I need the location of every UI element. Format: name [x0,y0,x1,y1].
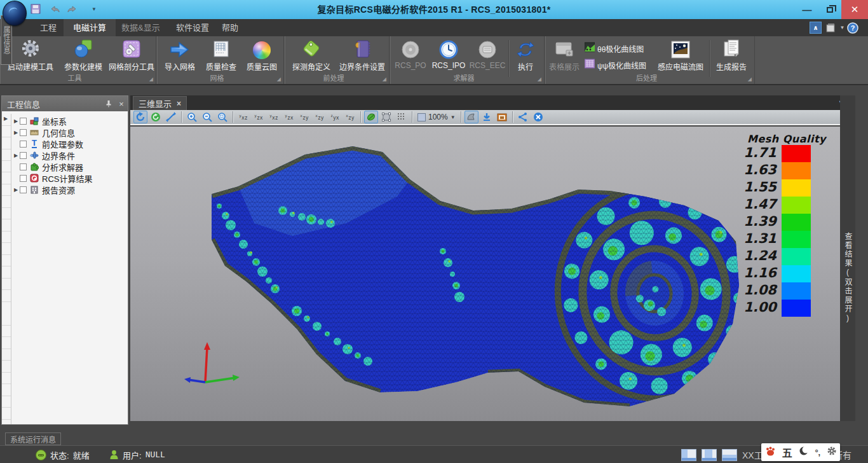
help-button[interactable]: ? [846,22,858,34]
legend-color-swatch [782,179,811,197]
view-iso2-button[interactable]: xzy [343,111,357,123]
quality-cloudmap-button[interactable]: 质量云图 [242,38,281,73]
expander-icon[interactable]: ▶ [12,130,20,135]
quick-access-dropdown-icon[interactable]: ▼ [88,3,100,15]
view-iso-button[interactable]: zyx [328,111,342,123]
tree-item-geometry-info[interactable]: ▶ 几何信息 [12,127,126,138]
undo-button[interactable] [48,3,61,15]
tree-item-rcs-results[interactable]: RCS计算结果 [12,172,126,184]
expander-icon[interactable]: ▶ [12,118,20,124]
induced-current-map-button[interactable]: 感应电磁流图 [654,38,707,73]
tab-settings[interactable]: 软件设置 [166,19,219,36]
view-left-button[interactable]: yxz [267,111,281,123]
orbit-refresh-button[interactable] [149,111,163,123]
minimize-button[interactable]: — [796,0,818,19]
boundary-settings-button[interactable]: 边界条件设置 [337,38,388,73]
generate-report-button[interactable]: 生成报告 [712,38,751,73]
checkbox[interactable] [20,141,27,148]
zoom-percent-select[interactable]: 100% ▼ [415,111,458,123]
table-display-button[interactable]: 表格展示 [546,38,582,73]
close-panel-icon[interactable]: × [115,97,128,110]
zoom-window-button[interactable] [215,111,229,123]
tab-data-display[interactable]: 数据&显示 [112,19,170,36]
view-front-button[interactable]: yxz [236,111,250,123]
ime-moon-icon[interactable] [799,446,809,459]
system-message-tab[interactable]: 系统运行消息 [5,432,61,445]
layout-bottom-button[interactable] [722,449,737,461]
checkbox[interactable] [20,175,27,182]
group-expand-corner-icon[interactable]: ◢ [538,76,541,82]
collapse-ribbon-button[interactable]: ∧ [810,22,822,34]
ribbon-group-mesh: 导入网格 质量检查 质量云图 网格 ◢ [157,36,284,84]
coordinate-blocks-icon [29,116,39,126]
checkbox[interactable] [20,129,27,136]
ime-toolbar[interactable]: 五 °, [761,443,840,461]
rcs-po-button[interactable]: RCS_PO [393,38,428,73]
mesh-tool-button[interactable]: 网格剖分工具 [108,38,155,73]
facet-view-button[interactable] [379,111,393,123]
tab-3d-display[interactable]: 三维显示 × [133,96,187,110]
expander-icon[interactable]: ▶ [12,153,20,158]
pin-icon[interactable] [102,97,115,110]
theta-polar-curve-button[interactable]: θθ极化曲线图 [585,41,644,55]
tree-item-coordinate-system[interactable]: ▶ 坐标系 [12,115,126,127]
tree-item-boundary-conditions[interactable]: ▶ 边界条件 [12,149,126,161]
view-top-button[interactable]: xzy [297,111,311,123]
rotate-view-button[interactable] [133,111,147,123]
zoom-in-button[interactable] [185,111,199,123]
tree-item-preprocess-params[interactable]: T 前处理参数 [12,138,126,149]
tree-item-analysis-solver[interactable]: 分析求解器 [12,161,126,172]
rcs-ipo-button[interactable]: RCS_IPO [430,38,468,73]
project-panel-title: 工程信息 [2,98,102,110]
ime-mode-label[interactable]: 五 [782,445,792,460]
tab-help[interactable]: 帮助 [212,19,248,36]
redo-button[interactable] [66,3,79,15]
checkbox[interactable] [20,118,27,125]
tab-em-compute[interactable]: 电磁计算 [64,19,116,36]
quality-check-button[interactable]: 质量检查 [201,38,241,73]
rcs-eec-button[interactable]: RCS_EEC [469,38,506,73]
points-view-button[interactable] [395,111,409,123]
layout-left-button[interactable] [681,449,696,461]
save-button[interactable] [29,3,42,15]
group-expand-corner-icon[interactable]: ◢ [748,76,752,82]
parametric-modeling-button[interactable]: 参数化建模 [60,38,107,73]
probe-angle-button[interactable]: 探测角定义 [287,38,336,73]
3d-viewport[interactable]: Mesh Quality 1.71 1.63 1.55 1.47 1.39 1.… [130,127,840,421]
root-expander-icon[interactable]: ▶ [4,116,8,121]
window-title: 复杂目标RCS电磁分析软件2015 R1 - RCS_2015031801* [127,0,741,19]
ime-settings-gear-icon[interactable] [827,446,837,459]
share-flow-button[interactable] [516,111,530,123]
snapshot-button[interactable] [495,111,509,123]
zoom-percent-dropdown-icon[interactable]: ▼ [451,114,456,120]
checkbox[interactable] [20,152,27,159]
group-expand-corner-icon[interactable]: ◢ [383,76,386,82]
window-style-button[interactable] [825,22,837,34]
psi-polar-curve-button[interactable]: ψψ极化曲线图 [585,58,646,72]
surface-select-button[interactable] [465,111,478,123]
group-expand-corner-icon[interactable]: ◢ [277,76,281,82]
shaded-view-button[interactable] [364,111,378,123]
tab-project[interactable]: 工程 [31,19,66,36]
zoom-out-button[interactable] [200,111,214,123]
import-mesh-button[interactable]: 导入网格 [159,38,200,73]
close-button[interactable]: ✕ [841,0,868,19]
expander-icon[interactable]: ▶ [12,187,20,193]
fit-extent-button[interactable] [164,111,178,123]
import-result-button[interactable] [480,111,494,123]
view-back-button[interactable]: yzx [252,111,266,123]
tree-item-report-resources[interactable]: ▶ 报告资源 [12,184,126,195]
ime-logo-paw-icon[interactable] [764,445,776,459]
checkbox[interactable] [20,186,27,193]
close-tab-icon[interactable]: × [177,99,181,108]
group-expand-corner-icon[interactable]: ◢ [149,76,153,82]
results-collapsed-panel[interactable]: 查看结果(双击展开) [840,95,855,421]
checkbox[interactable] [20,163,27,170]
view-right-button[interactable]: yzx [282,111,296,123]
ime-punctuation-button[interactable]: °, [815,448,820,457]
view-bottom-button[interactable]: xzy [313,111,327,123]
cancel-button[interactable] [531,111,545,123]
restore-button[interactable] [818,0,841,19]
execute-button[interactable]: 执行 [510,38,541,73]
layout-center-button[interactable] [702,449,717,461]
